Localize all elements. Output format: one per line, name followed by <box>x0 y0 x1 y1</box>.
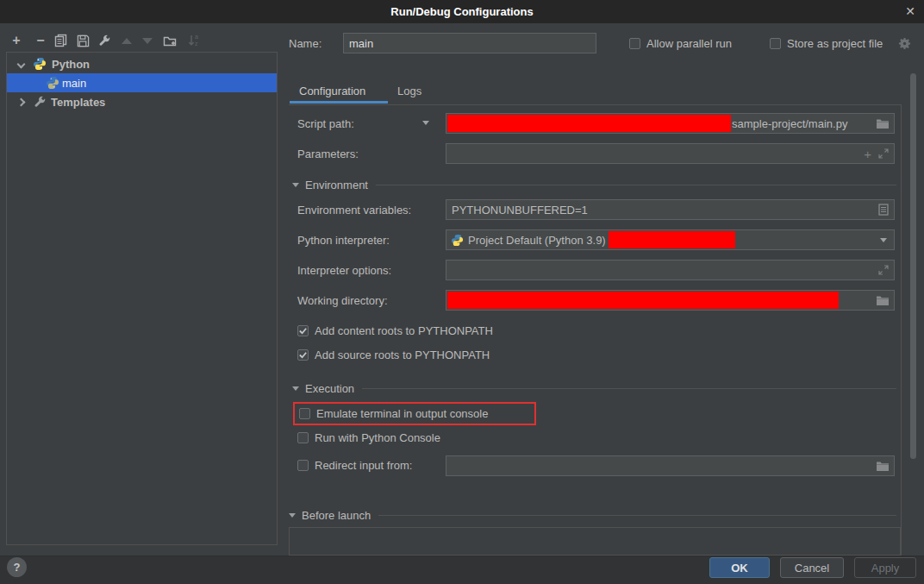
script-path-input[interactable]: sample-project/main.py <box>446 113 895 134</box>
checkbox-unchecked-icon[interactable] <box>299 408 310 419</box>
tree-item-main[interactable]: main <box>7 73 277 92</box>
before-launch-task-list[interactable] <box>289 527 901 556</box>
add-configuration-button[interactable]: + <box>9 33 24 48</box>
working-directory-label: Working directory: <box>297 294 388 308</box>
environment-section-label: Environment <box>305 179 368 192</box>
name-input[interactable] <box>343 33 596 53</box>
chevron-down-icon[interactable] <box>17 60 26 68</box>
edit-variables-icon[interactable] <box>878 204 889 216</box>
python-icon <box>33 57 47 71</box>
store-as-project-file-checkbox[interactable]: Store as project file <box>770 37 883 50</box>
add-source-roots-checkbox[interactable]: Add source roots to PYTHONPATH <box>297 349 490 361</box>
tree-item-label: Templates <box>51 96 105 109</box>
sort-az-icon: a z <box>188 34 201 47</box>
python-interpreter-value: Project Default (Python 3.9) <box>468 234 606 247</box>
python-icon <box>46 76 59 90</box>
allow-parallel-run-checkbox[interactable]: Allow parallel run <box>629 37 732 50</box>
name-input-field[interactable] <box>344 37 596 50</box>
apply-button[interactable]: Apply <box>854 557 916 578</box>
working-directory-input[interactable] <box>446 290 895 311</box>
tree-item-python[interactable]: Python <box>7 54 277 73</box>
title-bar: Run/Debug Configurations ✕ <box>0 0 924 23</box>
svg-text:a: a <box>195 34 198 40</box>
gear-icon[interactable] <box>898 37 911 50</box>
sort-configurations-button[interactable]: a z <box>186 33 202 48</box>
close-icon[interactable]: ✕ <box>905 4 915 18</box>
checkbox-checked-icon[interactable] <box>297 349 309 361</box>
script-path-label: Script path: <box>297 117 354 131</box>
parameters-label: Parameters: <box>297 148 359 161</box>
minus-icon: − <box>36 34 44 47</box>
tree-item-label: main <box>62 77 86 90</box>
name-label: Name: <box>289 37 322 51</box>
run-with-python-console-checkbox[interactable]: Run with Python Console <box>297 431 440 444</box>
browse-folder-icon[interactable] <box>876 117 890 129</box>
tab-configuration[interactable]: Configuration <box>299 83 365 100</box>
section-divider <box>362 388 896 389</box>
copy-configuration-button[interactable] <box>53 33 69 48</box>
redirect-input-label: Redirect input from: <box>315 459 412 472</box>
tree-item-templates[interactable]: Templates <box>7 92 277 111</box>
configurations-tree-panel: Python main Templates <box>6 52 278 545</box>
tab-separator <box>289 104 901 105</box>
cancel-button[interactable]: Cancel <box>780 557 844 578</box>
move-up-button[interactable] <box>119 33 134 48</box>
browse-folder-icon[interactable] <box>876 460 890 472</box>
before-launch-section-label: Before launch <box>302 509 371 522</box>
before-launch-section-header[interactable]: Before launch <box>289 509 896 522</box>
chevron-down-icon[interactable] <box>880 238 887 242</box>
script-path-value: sample-project/main.py <box>732 117 847 130</box>
script-path-dropdown-icon[interactable] <box>422 121 429 125</box>
allow-parallel-run-label: Allow parallel run <box>646 37 732 50</box>
python-interpreter-combobox[interactable]: Project Default (Python 3.9) <box>446 229 895 250</box>
interpreter-options-input[interactable] <box>446 260 895 280</box>
checkbox-checked-icon[interactable] <box>297 325 309 336</box>
environment-section-header[interactable]: Environment <box>292 179 896 192</box>
save-configuration-button[interactable] <box>75 33 91 48</box>
checkbox-unchecked-icon[interactable] <box>297 460 309 471</box>
move-down-icon <box>142 38 153 44</box>
run-debug-configurations-dialog: Run/Debug Configurations ✕ + − <box>0 0 924 584</box>
tab-logs[interactable]: Logs <box>397 83 421 100</box>
checkbox-unchecked-icon[interactable] <box>297 432 309 443</box>
wrench-icon <box>98 35 111 47</box>
interpreter-options-label: Interpreter options: <box>297 264 391 278</box>
vertical-scrollbar[interactable] <box>910 73 916 459</box>
plus-icon: + <box>12 34 20 47</box>
collapse-triangle-icon[interactable] <box>289 513 296 518</box>
expand-field-icon[interactable] <box>878 148 889 159</box>
move-up-icon <box>122 38 132 44</box>
redirect-input-checkbox[interactable]: Redirect input from: <box>297 459 412 472</box>
new-folder-button[interactable] <box>162 33 178 48</box>
edit-defaults-button[interactable] <box>97 33 112 48</box>
environment-variables-value: PYTHONUNBUFFERED=1 <box>446 204 588 217</box>
wrench-icon <box>34 96 47 109</box>
remove-configuration-button[interactable]: − <box>33 33 48 48</box>
move-down-button[interactable] <box>140 33 155 48</box>
chevron-right-icon[interactable] <box>17 97 26 106</box>
browse-folder-icon[interactable] <box>876 294 890 306</box>
emulate-terminal-label: Emulate terminal in output console <box>316 407 488 420</box>
parameters-input[interactable]: + <box>446 143 895 164</box>
environment-variables-input[interactable]: PYTHONUNBUFFERED=1 <box>446 199 895 220</box>
execution-section-header[interactable]: Execution <box>292 382 896 395</box>
checkbox-unchecked-icon[interactable] <box>629 38 640 49</box>
execution-section-label: Execution <box>305 382 354 395</box>
python-interpreter-label: Python interpreter: <box>297 234 390 248</box>
redirect-input-path-input[interactable] <box>446 455 895 476</box>
add-content-roots-label: Add content roots to PYTHONPATH <box>315 324 493 337</box>
redacted-region <box>609 231 735 248</box>
help-button[interactable]: ? <box>7 557 27 577</box>
help-icon: ? <box>14 561 21 574</box>
expand-field-icon[interactable] <box>878 265 889 275</box>
tree-item-label: Python <box>52 58 90 71</box>
collapse-triangle-icon[interactable] <box>292 183 299 187</box>
checkbox-unchecked-icon[interactable] <box>770 38 781 49</box>
add-content-roots-checkbox[interactable]: Add content roots to PYTHONPATH <box>297 324 493 337</box>
redacted-region <box>447 292 839 309</box>
emulate-terminal-checkbox[interactable]: Emulate terminal in output console <box>299 407 488 420</box>
dialog-title: Run/Debug Configurations <box>0 0 924 23</box>
add-macro-icon[interactable]: + <box>864 147 871 161</box>
ok-button[interactable]: OK <box>709 557 770 578</box>
collapse-triangle-icon[interactable] <box>292 386 299 391</box>
